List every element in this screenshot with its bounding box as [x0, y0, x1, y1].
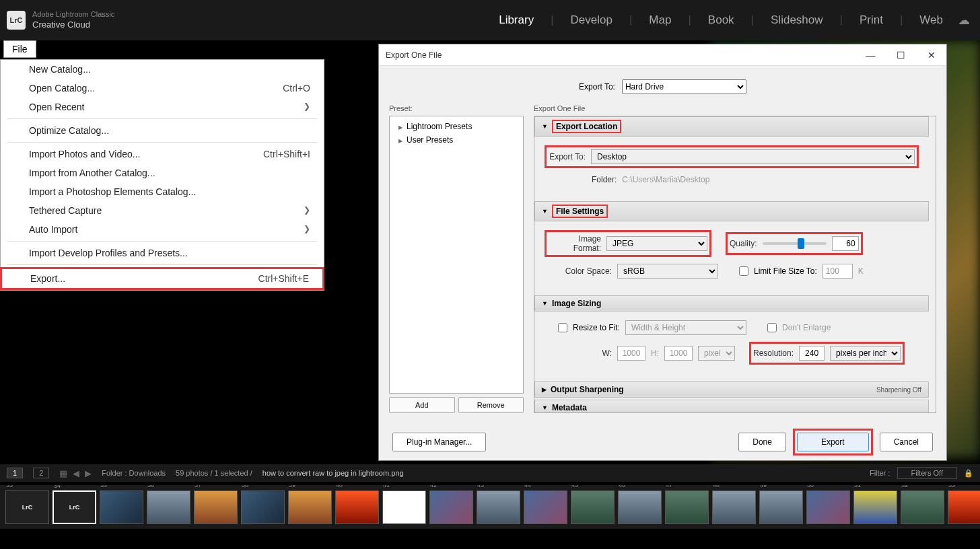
cancel-button[interactable]: Cancel — [880, 433, 933, 451]
filmstrip-thumb[interactable]: 40 — [335, 490, 379, 524]
filmstrip-thumb[interactable]: 51 — [853, 490, 897, 524]
filmstrip-thumb[interactable]: 34LrC — [53, 490, 96, 524]
chevron-right-icon: ❯ — [304, 224, 310, 235]
filmstrip-thumb[interactable]: 49 — [759, 490, 803, 524]
section-metadata[interactable]: ▼ Metadata — [534, 400, 929, 413]
export-to-select[interactable]: Hard Drive — [622, 79, 746, 94]
prev-icon[interactable]: ◀ — [73, 468, 79, 478]
preset-lightroom[interactable]: Lightroom Presets — [393, 120, 520, 133]
quality-input[interactable] — [832, 236, 859, 251]
filter-select[interactable]: Filters Off — [897, 467, 957, 479]
menu-open-recent[interactable]: Open Recent❯ — [1, 98, 324, 116]
maximize-button[interactable]: ☐ — [886, 44, 916, 66]
w-input[interactable] — [617, 346, 645, 361]
view-mode-1[interactable]: 1 — [7, 468, 23, 478]
filmstrip-thumb[interactable]: 43 — [477, 490, 520, 524]
filmstrip-thumb[interactable]: 37 — [194, 490, 238, 524]
menu-optimize-catalog[interactable]: Optimize Catalog... — [1, 121, 324, 140]
colorspace-label: Color Space: — [545, 266, 612, 276]
tab-slideshow[interactable]: Slideshow — [767, 13, 827, 27]
view-mode-2[interactable]: 2 — [33, 468, 49, 478]
menu-export[interactable]: Export...Ctrl+Shift+E — [0, 267, 324, 290]
menu-import-another[interactable]: Import from Another Catalog... — [1, 163, 324, 182]
colorspace-select[interactable]: sRGB — [617, 264, 718, 279]
filmstrip-thumb[interactable]: 35 — [100, 490, 143, 524]
file-menu-tab[interactable]: File — [3, 40, 36, 58]
export-button[interactable]: Export — [797, 433, 869, 451]
menu-auto-import[interactable]: Auto Import❯ — [1, 220, 324, 239]
menu-new-catalog[interactable]: New Catalog... — [1, 60, 324, 79]
limit-size-checkbox[interactable] — [739, 266, 748, 276]
filmstrip-thumb[interactable]: 33LrC — [5, 490, 49, 524]
filmstrip-thumb[interactable]: 42 — [429, 490, 473, 524]
format-select[interactable]: JPEG — [606, 236, 707, 251]
dont-enlarge-checkbox[interactable] — [767, 323, 777, 332]
export-dialog: Export One File — ☐ ✕ Export To: Hard Dr… — [378, 44, 947, 461]
tab-book[interactable]: Book — [705, 13, 738, 27]
export-loc-select[interactable]: Desktop — [591, 149, 915, 164]
filmstrip[interactable]: 33LrC34LrC353637383940414243444546474849… — [0, 485, 980, 529]
tab-print[interactable]: Print — [856, 13, 886, 27]
section-file-settings[interactable]: ▼ File Settings — [534, 201, 929, 221]
resize-select[interactable]: Width & Height — [625, 320, 746, 335]
menu-import-photos[interactable]: Import Photos and Video...Ctrl+Shift+I — [1, 145, 324, 163]
next-icon[interactable]: ▶ — [85, 468, 92, 478]
folder-label: Folder : Downloads — [102, 469, 166, 477]
size-unit-select[interactable]: pixels — [698, 346, 735, 361]
section-export-location[interactable]: ▼ Export Location — [534, 116, 929, 137]
menu-import-pse[interactable]: Import a Photoshop Elements Catalog... — [1, 182, 324, 201]
filmstrip-thumb[interactable]: 36 — [147, 490, 190, 524]
plugin-manager-button[interactable]: Plug-in Manager... — [392, 433, 486, 451]
filmstrip-thumb[interactable]: 45 — [571, 490, 615, 524]
menu-import-dev-profiles[interactable]: Import Develop Profiles and Presets... — [1, 244, 324, 262]
tab-develop[interactable]: Develop — [567, 13, 616, 27]
format-label: Image Format: — [549, 234, 601, 253]
add-preset-button[interactable]: Add — [389, 397, 455, 413]
filmstrip-thumb[interactable]: 53 — [948, 490, 980, 524]
section-sharpening[interactable]: ▶ Output Sharpening Sharpening Off — [534, 381, 929, 398]
export-to-label: Export To: — [579, 82, 615, 92]
minimize-button[interactable]: — — [855, 44, 886, 66]
photo-count: 59 photos / 1 selected / — [176, 469, 252, 477]
module-tabs: Library| Develop| Map| Book| Slideshow| … — [495, 13, 946, 27]
tab-library[interactable]: Library — [495, 13, 537, 27]
filter-lock-icon[interactable]: 🔒 — [964, 469, 973, 478]
preset-user[interactable]: User Presets — [393, 133, 520, 147]
resolution-input[interactable] — [799, 346, 825, 361]
h-input[interactable] — [664, 346, 693, 361]
filmstrip-thumb[interactable]: 46 — [618, 490, 662, 524]
triangle-down-icon: ▼ — [542, 404, 548, 411]
chevron-right-icon: ❯ — [304, 205, 310, 216]
filmstrip-thumb[interactable]: 38 — [241, 490, 285, 524]
menu-tethered[interactable]: Tethered Capture❯ — [1, 201, 324, 220]
app-logo: LrC — [7, 11, 26, 30]
grid-icon[interactable]: ▦ — [59, 468, 67, 478]
filename: how to convert raw to jpeg in lightroom.… — [262, 469, 404, 477]
filmstrip-thumb[interactable]: 47 — [665, 490, 709, 524]
done-button[interactable]: Done — [738, 433, 786, 451]
resize-checkbox[interactable] — [558, 323, 567, 332]
dont-enlarge-label: Don't Enlarge — [782, 323, 831, 332]
tab-web[interactable]: Web — [916, 13, 946, 27]
menu-open-catalog[interactable]: Open Catalog...Ctrl+O — [1, 79, 324, 98]
remove-preset-button[interactable]: Remove — [458, 397, 524, 413]
filmstrip-thumb[interactable]: 39 — [288, 490, 332, 524]
preset-list[interactable]: Lightroom Presets User Presets — [389, 116, 524, 394]
cloud-sync-icon[interactable]: ☁ — [958, 13, 970, 28]
filmstrip-thumb[interactable]: 48 — [712, 490, 756, 524]
settings-scroll[interactable]: ▼ Export Location Export To: Desktop Fol… — [534, 116, 936, 413]
filmstrip-thumb[interactable]: 44 — [524, 490, 567, 524]
file-menu: New Catalog... Open Catalog...Ctrl+O Ope… — [0, 59, 324, 291]
quality-slider[interactable] — [763, 242, 827, 245]
tab-map[interactable]: Map — [645, 13, 674, 27]
limit-size-input[interactable] — [823, 264, 853, 279]
dialog-footer: Plug-in Manager... Done Export Cancel — [379, 423, 946, 460]
resolution-unit-select[interactable]: pixels per inch — [830, 346, 901, 361]
filmstrip-thumb[interactable]: 41 — [382, 490, 426, 524]
close-button[interactable]: ✕ — [916, 44, 946, 66]
filmstrip-thumb[interactable]: 52 — [901, 490, 944, 524]
section-image-sizing[interactable]: ▼ Image Sizing — [534, 295, 929, 312]
filmstrip-thumb[interactable]: 50 — [806, 490, 850, 524]
limit-size-label: Limit File Size To: — [754, 266, 817, 276]
settings-panel: Export One File ▼ Export Location Export… — [534, 104, 936, 413]
